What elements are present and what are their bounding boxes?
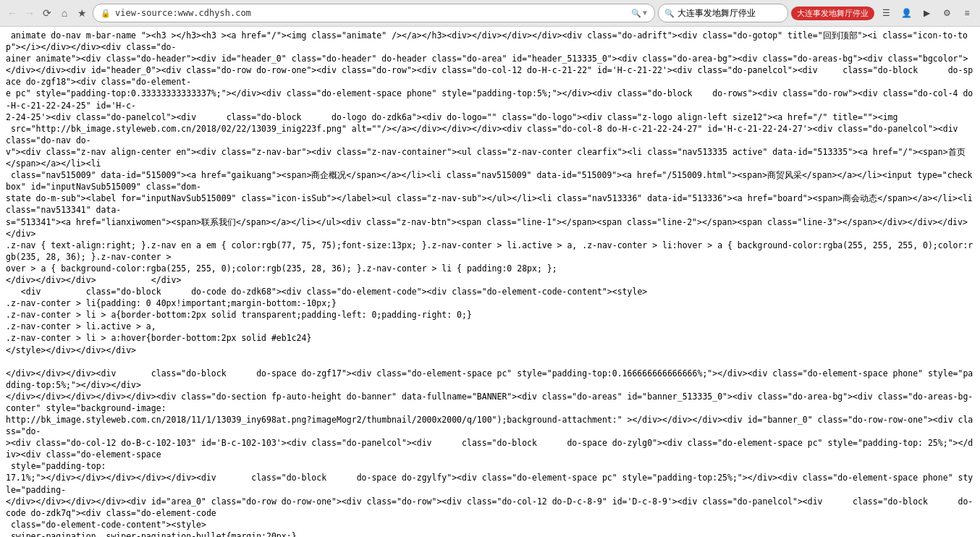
more-button[interactable]: ≡ — [958, 4, 976, 22]
address-input[interactable] — [115, 8, 627, 18]
user-button[interactable]: 👤 — [897, 4, 915, 22]
source-line: e pc" style="padding-top:0.3333333333333… — [6, 88, 974, 111]
forward-button[interactable]: → — [22, 5, 38, 21]
back-button[interactable]: ← — [4, 5, 20, 21]
source-line: .z-nav-conter > li{padding: 0 40px!impor… — [6, 297, 974, 309]
source-line: state do-m-sub"><label for="inputNavSub5… — [6, 193, 974, 216]
source-line: over > a { background-color:rgba(255, 25… — [6, 263, 974, 274]
dropdown-icon: ▼ — [643, 9, 647, 18]
reload-button[interactable]: ⟳ — [39, 5, 55, 21]
dazhong-badge: 大连事发地舞厅停业 — [791, 7, 874, 20]
settings-button[interactable]: ⚙ — [938, 4, 955, 22]
address-bar: 🔒 🔍 ▼ — [93, 4, 655, 22]
address-bar-actions: 🔍 ▼ — [631, 9, 647, 18]
source-line: .z-nav-conter > li > a{border-bottom:2px… — [6, 309, 974, 321]
toolbar-right: 🔍 大连事发地舞厅停业 ☰ 👤 ▶ ⚙ ≡ — [658, 4, 976, 22]
home-button[interactable]: ⌂ — [56, 5, 72, 21]
source-line: 17.1%;"></div></div></div></div></div><d… — [6, 472, 974, 495]
bookmark-button[interactable]: ★ — [74, 5, 90, 21]
browser-toolbar: ← → ⟳ ⌂ ★ 🔒 🔍 ▼ 🔍 大连事发地舞厅停业 ☰ 👤 — [0, 0, 980, 26]
source-line: <div class="do-block do-code do-zdk68"><… — [6, 286, 974, 297]
source-line: .z-nav-conter > li > a:hover{border-bott… — [6, 332, 974, 344]
search-logo-icon: 🔍 — [664, 9, 675, 18]
source-line: .z-nav { text-align:right; }.z-nav en a … — [6, 240, 974, 263]
source-line: </style></div></div></div> — [6, 344, 974, 356]
browser-chrome: ← → ⟳ ⌂ ★ 🔒 🔍 ▼ 🔍 大连事发地舞厅停业 ☰ 👤 — [0, 0, 980, 27]
source-line: v"><div class="z-nav align-center en"><d… — [6, 146, 974, 169]
source-line: s="513341"><a href="lianxiwomen"><span>联… — [6, 216, 974, 240]
address-lock-icon: 🔒 — [101, 9, 111, 18]
source-line: class="do-element-code-content"><style> — [6, 519, 974, 530]
source-line: .z-nav-conter > li.active > a, — [6, 321, 974, 332]
source-line: </div></div></div></div><div id="area_0"… — [6, 496, 974, 519]
translate-button[interactable]: ▶ — [918, 4, 935, 22]
source-line — [6, 356, 974, 368]
source-view: animate do-nav m-bar-name "><h3 ></h3><h… — [0, 27, 980, 537]
source-line: animate do-nav m-bar-name "><h3 ></h3><h… — [6, 30, 974, 53]
search-bar: 🔍 — [658, 4, 788, 22]
source-line: 2-24-25'><div class="do-panelcol"><div c… — [6, 111, 974, 123]
rss-button[interactable]: ☰ — [877, 4, 895, 22]
source-line: style="padding-top: — [6, 460, 974, 472]
source-line: </div></div><div id="header_0"><div clas… — [6, 64, 974, 88]
source-line: </div></div></div></div></div><div class… — [6, 391, 974, 414]
search-input[interactable] — [677, 8, 786, 18]
source-line: </div></div></div> </div> — [6, 274, 974, 286]
source-line: </div></div></div><div class="do-block d… — [6, 368, 974, 391]
source-line: class="nav515009" data-id="515009"><a hr… — [6, 169, 974, 193]
source-line: http://bk_image.styleweb.com.cn/2018/11/… — [6, 414, 974, 437]
source-line: .swiper-pagination .swiper-pagination-bu… — [6, 530, 974, 537]
source-line: ainer animate"><div class="do-header"><d… — [6, 53, 974, 64]
search-icon-addr: 🔍 — [631, 9, 641, 18]
source-line: ><div class="do-col-12 do-B-c-102-103" i… — [6, 437, 974, 460]
nav-buttons: ← → ⟳ ⌂ ★ — [4, 5, 90, 21]
source-line: src="http://bk_image.styleweb.com.cn/201… — [6, 123, 974, 146]
